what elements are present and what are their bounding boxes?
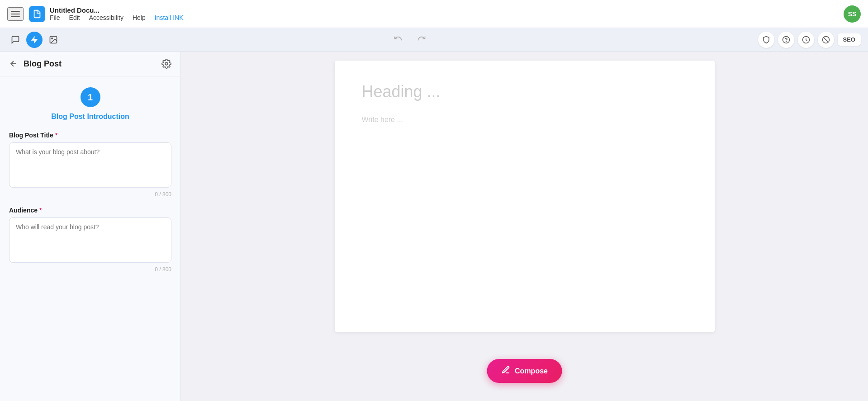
back-button[interactable] — [9, 59, 18, 68]
blog-post-title-field[interactable] — [9, 142, 171, 188]
blog-post-title-group: Blog Post Title * 0 / 800 — [9, 132, 171, 198]
sidebar-title: Blog Post — [24, 59, 161, 69]
shield-icon-button[interactable] — [758, 32, 774, 48]
menu-install-ink[interactable]: Install INK — [155, 14, 184, 21]
svg-point-7 — [165, 62, 168, 65]
menu-items: File Edit Accessibility Help Install INK — [50, 14, 184, 21]
menu-bar: Untitled Docu... File Edit Accessibility… — [0, 0, 868, 28]
image-icon-button[interactable] — [45, 32, 62, 48]
compose-button[interactable]: Compose — [487, 359, 562, 383]
heading-placeholder: Heading ... — [362, 82, 688, 101]
sidebar: Blog Post 1 Blog Post Introduction Blog … — [0, 52, 181, 401]
seo-button[interactable]: SEO — [838, 33, 861, 46]
svg-point-1 — [52, 38, 53, 39]
blog-post-title-label: Blog Post Title * — [9, 132, 171, 139]
undo-button[interactable] — [390, 32, 406, 47]
editor-document[interactable]: Heading ... Write here ... — [335, 61, 715, 332]
main-layout: Blog Post 1 Blog Post Introduction Blog … — [0, 52, 868, 401]
compose-icon — [501, 365, 510, 377]
menu-accessibility[interactable]: Accessibility — [89, 14, 123, 21]
editor-area: Heading ... Write here ... Compose — [181, 52, 868, 401]
audience-label: Audience * — [9, 207, 171, 214]
toolbar-center — [62, 32, 758, 47]
sidebar-header: Blog Post — [0, 52, 180, 76]
lightning-icon-button[interactable] — [26, 32, 43, 48]
slash-icon-button[interactable] — [818, 32, 834, 48]
user-avatar[interactable]: SS — [844, 5, 861, 23]
svg-line-6 — [823, 37, 828, 42]
write-placeholder: Write here ... — [362, 116, 688, 124]
step-title: Blog Post Introduction — [9, 113, 171, 121]
required-star-audience: * — [39, 207, 42, 214]
required-star-title: * — [55, 132, 57, 139]
chat-icon-button[interactable] — [7, 32, 24, 48]
audience-char-count: 0 / 800 — [9, 266, 171, 273]
redo-button[interactable] — [413, 32, 430, 47]
menu-file[interactable]: File — [50, 14, 60, 21]
hamburger-button[interactable] — [7, 7, 24, 21]
blog-post-title-char-count: 0 / 800 — [9, 191, 171, 198]
audience-field[interactable] — [9, 217, 171, 263]
menu-help[interactable]: Help — [133, 14, 146, 21]
gauge-icon-button[interactable] — [798, 32, 814, 48]
settings-button[interactable] — [161, 59, 171, 69]
sidebar-content: 1 Blog Post Introduction Blog Post Title… — [0, 76, 180, 292]
toolbar-right: SEO — [758, 32, 861, 48]
audience-group: Audience * 0 / 800 — [9, 207, 171, 273]
step-circle: 1 — [81, 87, 100, 107]
help-circle-icon-button[interactable] — [778, 32, 794, 48]
toolbar: SEO — [0, 28, 868, 52]
compose-label: Compose — [515, 367, 548, 375]
menu-edit[interactable]: Edit — [69, 14, 80, 21]
app-title-area: Untitled Docu... File Edit Accessibility… — [50, 6, 184, 21]
app-title: Untitled Docu... — [50, 6, 184, 14]
toolbar-left — [7, 32, 62, 48]
app-icon — [29, 6, 45, 22]
